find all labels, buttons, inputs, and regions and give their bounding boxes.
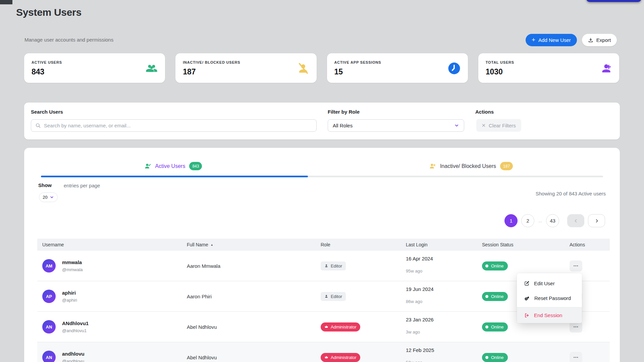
menu-item-reset-password[interactable]: Reset Password	[517, 291, 582, 305]
status-dot-icon	[485, 325, 488, 328]
filter-by-role-label: Filter by Role	[328, 109, 360, 115]
role-select-value: All Roles	[333, 123, 353, 128]
avatar: AP	[42, 290, 56, 303]
status-badge: Online	[482, 261, 508, 270]
add-new-user-button[interactable]: + Add New User	[526, 34, 577, 46]
role-badge: Administrator	[321, 353, 360, 362]
username-cell: AM mmwala @mmwala	[37, 251, 187, 281]
page-title: System Users	[16, 7, 82, 18]
tab-active-users[interactable]: Active Users 843	[24, 162, 322, 170]
status-dot-icon	[485, 295, 488, 298]
stat-card-active-users: ACTIVE USERS 843	[24, 53, 165, 83]
page-size-select[interactable]: 20	[39, 192, 58, 202]
session-status-cell: Online	[482, 322, 570, 331]
search-input[interactable]	[44, 123, 312, 128]
export-button[interactable]: Export	[582, 34, 617, 46]
user-handle: @aphiri	[62, 298, 77, 303]
status-dot-icon	[485, 264, 488, 267]
user-handle: @mmwala	[62, 267, 83, 272]
crown-icon	[324, 325, 328, 329]
last-login-date: 12 Feb 2025	[406, 347, 482, 353]
column-header-role[interactable]: Role	[321, 242, 406, 247]
page-button-1[interactable]: 1	[504, 214, 518, 227]
avatar: AN	[42, 320, 56, 334]
previous-page-button[interactable]	[567, 214, 584, 227]
actions-cell: ⋯	[570, 352, 610, 362]
row-actions-button[interactable]: ⋯	[570, 352, 582, 362]
role-cell: Editor	[321, 261, 406, 270]
tab-count-badge: 843	[189, 162, 202, 170]
user-x-icon	[429, 163, 436, 170]
column-header-last-login[interactable]: Last Login	[406, 242, 482, 247]
column-header-username[interactable]: Username	[37, 242, 187, 247]
stat-label: ACTIVE USERS	[32, 60, 62, 64]
page-button-last[interactable]: 43	[546, 214, 559, 227]
stat-value: 187	[183, 67, 240, 76]
user-handle: @andhlovu1	[62, 328, 89, 333]
page-size-value: 20	[43, 195, 47, 200]
page-button-2[interactable]: 2	[521, 214, 534, 227]
last-login-cell: 23 Jan 2026 3w ago	[406, 312, 482, 342]
search-icon	[35, 123, 41, 128]
table-header-row: Username Full Name▲ Role Last Login Sess…	[37, 239, 610, 251]
stat-label: INACTIVE/ BLOCKED USERS	[183, 60, 240, 64]
close-icon	[482, 123, 486, 127]
search-input-wrapper	[31, 119, 317, 132]
last-login-relative: 95w ago	[406, 268, 482, 274]
last-login-cell: 19 Jun 2024 86w ago	[406, 281, 482, 311]
column-header-session-status[interactable]: Session Status	[482, 242, 570, 247]
tab-inactive-blocked-users[interactable]: Inactive/ Blocked Users 187	[322, 162, 620, 170]
menu-item-edit-user[interactable]: Edit User	[517, 276, 582, 291]
chevron-right-icon	[594, 218, 599, 224]
stat-card-inactive-users: INACTIVE/ BLOCKED USERS 187	[175, 53, 316, 83]
actions-cell: ⋯	[570, 260, 610, 272]
next-page-button[interactable]	[588, 214, 605, 227]
full-name-cell: Aaron Phiri	[187, 294, 321, 299]
page-subtitle: Manage user accounts and permissions	[24, 37, 113, 43]
clock-icon	[448, 62, 461, 75]
offscreen-button-fragment[interactable]	[586, 0, 641, 2]
full-name-cell: Aaron Mmwala	[187, 263, 321, 269]
status-label: Online	[491, 294, 504, 299]
table-row: AN andhlovu @andhlovu Abel Ndhlovu	[37, 342, 610, 362]
role-select[interactable]: All Roles	[328, 119, 464, 132]
menu-item-end-session[interactable]: End Session	[517, 307, 582, 323]
actions-label: Actions	[475, 109, 494, 115]
row-actions-menu: Edit User Reset Password End Session	[517, 273, 582, 323]
filter-panel: Search Users Filter by Role All Roles Ac…	[24, 103, 620, 139]
avatar: AN	[42, 351, 56, 362]
role-label: Editor	[331, 263, 342, 268]
tab-underline-track	[41, 176, 603, 177]
role-badge: Administrator	[321, 322, 360, 331]
person-icon	[324, 294, 328, 298]
status-dot-icon	[485, 356, 488, 359]
status-badge: Online	[482, 292, 508, 301]
column-header-actions: Actions	[570, 242, 610, 247]
role-cell: Administrator	[321, 353, 406, 362]
chevron-down-icon	[454, 123, 459, 128]
stat-card-total-users: TOTAL USERS 1030	[478, 53, 619, 83]
search-users-label: Search Users	[31, 109, 63, 115]
chevron-down-icon	[50, 195, 54, 199]
clear-filters-button[interactable]: Clear Filters	[476, 119, 521, 132]
role-label: Administrator	[331, 355, 357, 360]
last-login-relative: 53w ago	[406, 360, 482, 362]
username: ANdhlovu1	[62, 320, 89, 326]
status-label: Online	[491, 263, 504, 268]
active-tab-indicator	[41, 176, 308, 177]
stat-value: 1030	[486, 67, 514, 76]
stat-card-active-sessions: ACTIVE APP SESSIONS 15	[327, 53, 468, 83]
status-label: Online	[491, 324, 504, 329]
logout-icon	[524, 313, 530, 318]
row-actions-button[interactable]: ⋯	[570, 260, 582, 272]
person-icon	[324, 264, 328, 268]
role-label: Editor	[331, 294, 342, 299]
tab-label: Active Users	[155, 163, 185, 169]
last-login-date: 19 Jun 2024	[406, 286, 482, 292]
username: andhlovu	[62, 351, 85, 357]
column-header-full-name[interactable]: Full Name▲	[187, 242, 321, 247]
stat-label: ACTIVE APP SESSIONS	[334, 60, 381, 64]
avatar: AM	[42, 259, 56, 273]
role-badge: Editor	[321, 292, 346, 301]
last-login-date: 16 Apr 2024	[406, 256, 482, 261]
